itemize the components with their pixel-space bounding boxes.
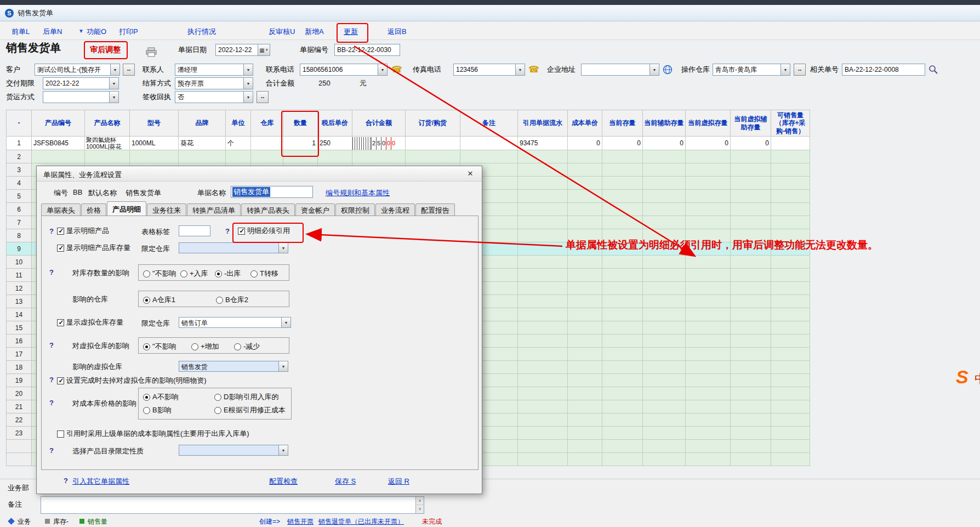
grid-cell[interactable] <box>771 374 810 387</box>
grid-cell[interactable] <box>602 335 643 348</box>
grid-cell[interactable] <box>771 282 810 295</box>
row-number[interactable] <box>7 440 32 453</box>
grid-cell[interactable] <box>731 348 771 361</box>
fax-select[interactable]: 123456 ▼ <box>453 64 525 76</box>
grid-cell[interactable] <box>602 453 643 466</box>
grid-header-11[interactable]: 备注 <box>460 110 518 137</box>
grid-cell[interactable] <box>686 229 731 242</box>
close-icon[interactable]: ✕ <box>464 168 476 179</box>
grid-cell[interactable] <box>731 453 771 466</box>
phone-select[interactable]: 15806561006 ▼ <box>300 64 388 76</box>
calendar-icon[interactable]: ▦▼ <box>258 44 270 55</box>
grid-cell[interactable] <box>602 374 643 387</box>
grid-cell[interactable] <box>602 308 643 321</box>
help-icon[interactable]: ? <box>49 376 54 384</box>
grid-cell[interactable] <box>731 440 771 453</box>
grid-cell[interactable] <box>686 163 731 177</box>
grid-header-18[interactable]: 可销售量（库存+采购-销售） <box>771 110 810 137</box>
grid-cell[interactable] <box>518 321 568 335</box>
row-number[interactable]: 15 <box>7 321 32 335</box>
grid-cell[interactable]: 0 <box>731 137 771 150</box>
grid-cell[interactable] <box>568 308 602 321</box>
grid-cell[interactable] <box>731 190 771 203</box>
row-number[interactable]: 21 <box>7 400 32 413</box>
radio-cost-d[interactable]: D影响引用入库的 <box>214 392 278 402</box>
limit-warehouse2-select[interactable]: 销售订单 ▼ <box>179 317 291 328</box>
grid-cell[interactable] <box>731 216 771 229</box>
dropdown-arrow-icon[interactable]: ▼ <box>281 318 290 327</box>
grid-cell[interactable] <box>130 150 179 163</box>
grid-cell[interactable] <box>771 269 810 282</box>
row-number[interactable]: 10 <box>7 256 32 269</box>
grid-cell[interactable] <box>568 229 602 242</box>
dialog-tab-3[interactable]: 业务往来 <box>147 203 186 216</box>
row-number[interactable]: 12 <box>7 282 32 295</box>
grid-cell[interactable] <box>602 150 643 163</box>
row-number[interactable]: 20 <box>7 387 32 400</box>
grid-cell[interactable] <box>568 269 602 282</box>
grid-cell[interactable] <box>731 374 771 387</box>
grid-cell[interactable] <box>518 163 568 177</box>
grid-cell[interactable] <box>643 453 686 466</box>
grid-cell[interactable] <box>568 295 602 308</box>
radio-warehouse-b[interactable]: B仓库2 <box>216 295 248 305</box>
grid-cell[interactable] <box>518 374 568 387</box>
dropdown-arrow-icon[interactable]: ▼ <box>109 92 118 103</box>
grid-header-10[interactable]: 订货/购货 <box>406 110 460 137</box>
dialog-tab-1[interactable]: 价格 <box>81 203 106 216</box>
spin-up-icon[interactable]: ∧ <box>415 497 424 505</box>
grid-cell[interactable] <box>771 453 810 466</box>
grid-header-17[interactable]: 当前虚拟辅助存量 <box>731 110 771 137</box>
toolbar-exec-button[interactable]: 执行情况 <box>187 27 216 37</box>
grid-cell[interactable] <box>686 440 731 453</box>
receipt-select[interactable]: 否 ▼ <box>175 91 253 103</box>
globe-icon[interactable] <box>663 65 673 75</box>
row-number[interactable] <box>7 453 32 466</box>
grid-cell[interactable] <box>686 308 731 321</box>
grid-cell[interactable] <box>568 387 602 400</box>
grid-cell[interactable] <box>643 335 686 348</box>
grid-cell[interactable] <box>731 229 771 242</box>
grid-cell[interactable] <box>643 348 686 361</box>
related-field[interactable]: BA-22-12-22-0008 <box>842 64 925 76</box>
grid-cell[interactable] <box>771 413 810 427</box>
grid-cell[interactable] <box>643 413 686 427</box>
dropdown-arrow-icon[interactable]: ▼ <box>649 64 659 75</box>
radio-virtual-decrease[interactable]: -减少 <box>234 342 260 352</box>
grid-cell[interactable] <box>568 427 602 440</box>
grid-cell[interactable] <box>686 453 731 466</box>
grid-cell[interactable] <box>568 413 602 427</box>
grid-cell[interactable]: 250 <box>318 137 352 150</box>
grid-cell[interactable] <box>731 387 771 400</box>
help-icon[interactable]: ? <box>49 399 54 407</box>
grid-cell[interactable] <box>518 427 568 440</box>
grid-header-4[interactable]: 品牌 <box>179 110 226 137</box>
radio-cost-none[interactable]: A不影响 <box>143 392 179 402</box>
limit-warehouse-select[interactable]: ▼ <box>179 242 288 253</box>
grid-cell[interactable] <box>731 308 771 321</box>
grid-cell[interactable] <box>251 150 283 163</box>
grid-cell[interactable] <box>731 282 771 295</box>
grid-cell[interactable] <box>518 216 568 229</box>
grid-cell[interactable] <box>568 453 602 466</box>
grid-cell[interactable] <box>643 256 686 269</box>
grid-cell[interactable] <box>771 400 810 413</box>
import-properties-link[interactable]: 引入其它单据属性 <box>72 477 129 486</box>
grid-cell[interactable]: 0 <box>568 137 602 150</box>
spin-down-icon[interactable]: ∨ <box>415 505 424 513</box>
row-number[interactable]: 14 <box>7 308 32 321</box>
grid-cell[interactable] <box>643 427 686 440</box>
grid-cell[interactable] <box>643 374 686 387</box>
grid-cell[interactable] <box>771 190 810 203</box>
grid-cell[interactable] <box>602 321 643 335</box>
grid-header-16[interactable]: 当前虚拟存量 <box>686 110 731 137</box>
grid-cell[interactable] <box>771 387 810 400</box>
toolbar-print-button[interactable]: 打印P <box>119 27 138 37</box>
grid-cell[interactable]: 0 <box>602 137 643 150</box>
grid-cell[interactable] <box>518 203 568 216</box>
grid-cell[interactable] <box>686 177 731 190</box>
grid-cell[interactable] <box>643 242 686 256</box>
show-virtual-stock-checkbox[interactable]: 显示虚拟仓库存量 <box>57 318 123 327</box>
grid-header-8[interactable]: 税后单价 <box>318 110 352 137</box>
grid-header-15[interactable]: 当前辅助存量 <box>643 110 686 137</box>
